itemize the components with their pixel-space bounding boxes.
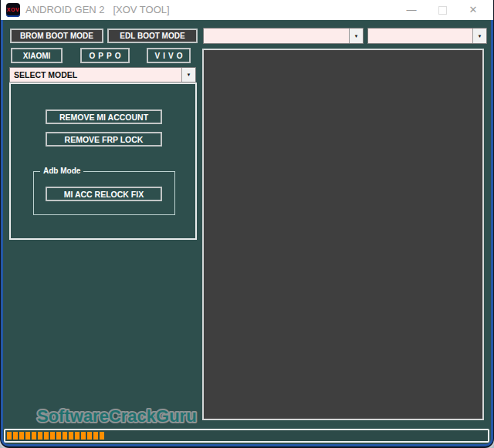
tab-vivo[interactable]: VIVO: [147, 48, 191, 63]
progress-bar: [4, 429, 489, 443]
close-button[interactable]: ✕: [460, 0, 486, 20]
app-icon: XOV: [6, 3, 20, 17]
select-model-combobox[interactable]: SELECT MODEL ▼: [9, 67, 196, 83]
select-model-value: SELECT MODEL: [10, 70, 181, 79]
progress-segment: [50, 432, 55, 440]
progress-segment: [87, 432, 92, 440]
tab-oppo[interactable]: OPPO: [80, 48, 130, 63]
port-combobox[interactable]: ▼: [203, 28, 364, 44]
progress-segment: [7, 432, 12, 440]
progress-segment: [25, 432, 30, 440]
adb-mode-group-label: Adb Mode: [40, 167, 83, 175]
progress-segment: [81, 432, 86, 440]
progress-segment: [44, 432, 49, 440]
watermark-text: SoftwareCrackGuru: [37, 406, 197, 426]
mi-acc-relock-fix-button[interactable]: MI ACC RELOCK FIX: [46, 187, 162, 201]
xiaomi-actions-panel: REMOVE MI ACCOUNT REMOVE FRP LOCK Adb Mo…: [9, 83, 197, 240]
log-output-panel[interactable]: [202, 49, 484, 420]
progress-segment: [69, 432, 73, 440]
progress-segment: [93, 432, 98, 440]
progress-segment: [63, 432, 67, 440]
remove-frp-lock-button[interactable]: REMOVE FRP LOCK: [46, 132, 162, 147]
edl-boot-mode-button[interactable]: EDL BOOT MODE: [107, 29, 198, 43]
progress-segment: [100, 432, 104, 440]
title-bar: XOV ANDROID GEN 2 [XOV TOOL] — ✕: [1, 0, 493, 20]
brom-boot-mode-button[interactable]: BROM BOOT MODE: [10, 29, 103, 43]
maximize-button[interactable]: [429, 0, 455, 20]
dropdown-arrow-icon[interactable]: ▼: [472, 29, 486, 43]
remove-mi-account-button[interactable]: REMOVE MI ACCOUNT: [46, 109, 162, 124]
progress-segment: [19, 432, 24, 440]
progress-segment: [38, 432, 42, 440]
maximize-icon: [438, 6, 447, 15]
adb-mode-group: Adb Mode MI ACC RELOCK FIX: [33, 171, 175, 215]
dropdown-arrow-icon[interactable]: ▼: [349, 29, 363, 43]
tab-xiaomi[interactable]: XIAOMI: [11, 48, 63, 63]
minimize-button[interactable]: —: [398, 0, 425, 20]
connection-combobox[interactable]: ▼: [367, 28, 487, 44]
dropdown-arrow-icon[interactable]: ▼: [181, 68, 195, 82]
progress-segment: [56, 432, 61, 440]
progress-segment: [13, 432, 18, 440]
progress-segment: [75, 432, 80, 440]
progress-segment: [32, 432, 36, 440]
app-window: XOV ANDROID GEN 2 [XOV TOOL] — ✕ BROM BO…: [0, 0, 494, 448]
watermark: SoftwareCrackGuru: [32, 403, 210, 429]
window-title: ANDROID GEN 2 [XOV TOOL]: [25, 0, 170, 20]
